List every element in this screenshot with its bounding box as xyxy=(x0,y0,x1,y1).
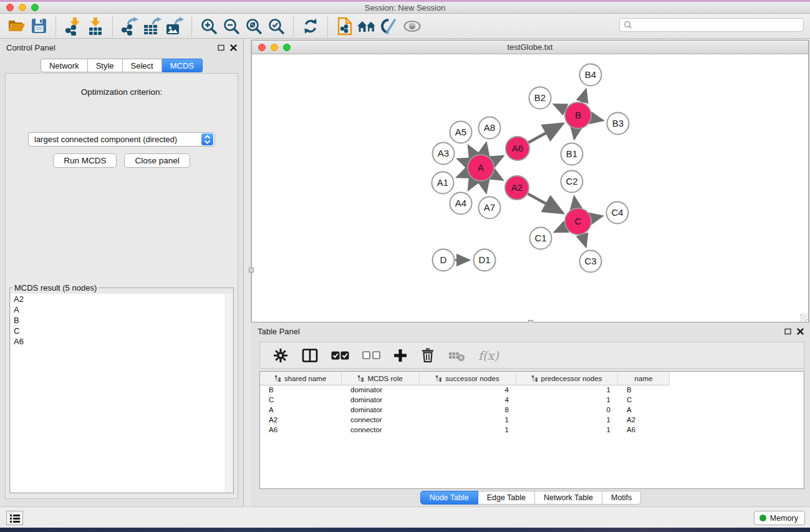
column-visibility-button[interactable] xyxy=(302,348,318,363)
graph-edge-A2-C[interactable] xyxy=(528,194,563,213)
column-header-name[interactable]: name xyxy=(618,372,670,385)
zoom-out-button[interactable] xyxy=(220,16,243,37)
mcds-result-item[interactable]: A6 xyxy=(11,336,233,347)
mcds-result-list[interactable]: A2ABCA6 xyxy=(11,294,233,492)
table-row[interactable]: A2connector11A2 xyxy=(260,415,804,425)
graph-edge-A-A2[interactable] xyxy=(493,175,503,180)
column-header-successor-nodes[interactable]: successor nodes xyxy=(420,372,516,385)
table-cell[interactable]: 1 xyxy=(516,415,618,425)
toolbar-search[interactable] xyxy=(619,18,804,32)
graph-edge-B-B1[interactable] xyxy=(574,129,576,139)
graph-edge-A-A6[interactable] xyxy=(493,156,503,162)
graph-edge-A-A7[interactable] xyxy=(484,181,486,193)
scrollbar-track[interactable] xyxy=(225,294,233,492)
graph-edge-B-B2[interactable] xyxy=(554,104,566,110)
table-cell[interactable]: 0 xyxy=(516,405,618,415)
mcds-result-item[interactable]: C xyxy=(11,326,233,336)
table-cell[interactable]: 1 xyxy=(516,425,618,435)
open-session-button[interactable] xyxy=(5,16,27,37)
graph-edge-A-A5[interactable] xyxy=(468,145,474,155)
table-options-button[interactable] xyxy=(272,347,289,364)
table-cell[interactable]: 1 xyxy=(516,385,618,395)
mcds-result-item[interactable]: A2 xyxy=(11,294,233,304)
node-table[interactable]: shared nameMCDS rolesuccessor nodesprede… xyxy=(259,371,804,489)
tab-node-table[interactable]: Node Table xyxy=(420,491,478,505)
function-builder-button[interactable]: f(x) xyxy=(478,349,499,362)
tab-network-table[interactable]: Network Table xyxy=(535,491,602,505)
table-cell[interactable]: A xyxy=(260,405,342,415)
zoom-selected-button[interactable] xyxy=(265,16,287,37)
table-cell[interactable]: 4 xyxy=(420,395,516,405)
annotation-button[interactable] xyxy=(378,16,401,37)
search-input[interactable] xyxy=(633,19,803,31)
network-from-file-button[interactable] xyxy=(334,16,356,37)
zoom-in-button[interactable] xyxy=(198,16,220,37)
deselect-all-button[interactable] xyxy=(362,351,380,359)
criterion-select[interactable]: largest connected component (directed) xyxy=(28,132,215,147)
home-button[interactable] xyxy=(356,16,378,37)
table-cell[interactable]: 1 xyxy=(420,425,516,435)
graph-edge-A-A1[interactable] xyxy=(457,173,468,177)
column-header-shared-name[interactable]: shared name xyxy=(260,372,342,385)
table-cell[interactable]: A6 xyxy=(260,425,342,435)
graph-edge-C-C4[interactable] xyxy=(591,216,602,218)
tab-network[interactable]: Network xyxy=(41,59,88,72)
close-panel-button[interactable]: Close panel xyxy=(124,153,190,168)
task-history-button[interactable] xyxy=(6,511,23,525)
table-cell[interactable]: 1 xyxy=(420,415,516,425)
network-graph[interactable]: ABCA6A2A1A3A4A5A7A8B1B2B3B4C1C2C3C4DD1 xyxy=(252,54,808,322)
graph-edge-C-C3[interactable] xyxy=(582,235,586,247)
column-header-predecessor-nodes[interactable]: predecessor nodes xyxy=(516,372,618,385)
select-all-button[interactable] xyxy=(331,351,349,360)
table-cell[interactable]: connector xyxy=(342,415,420,425)
column-header-MCDS-role[interactable]: MCDS role xyxy=(342,372,420,385)
export-network-button[interactable] xyxy=(118,16,141,37)
tab-edge-table[interactable]: Edge Table xyxy=(478,491,535,505)
table-cell[interactable]: dominator xyxy=(342,385,420,395)
graph-edge-C-C1[interactable] xyxy=(554,227,566,232)
mcds-result-item[interactable]: B xyxy=(11,315,233,326)
add-column-button[interactable] xyxy=(393,349,407,362)
run-mcds-button[interactable]: Run MCDS xyxy=(53,153,117,168)
table-cell[interactable]: C xyxy=(618,395,670,405)
table-row[interactable]: A6connector11A6 xyxy=(260,425,804,435)
table-cell[interactable]: dominator xyxy=(342,395,420,405)
import-network-button[interactable] xyxy=(62,16,84,37)
graph-edge-B-B4[interactable] xyxy=(582,89,586,102)
memory-button[interactable]: Memory xyxy=(754,511,805,525)
graph-edge-A-A8[interactable] xyxy=(484,143,486,155)
close-panel-icon[interactable] xyxy=(230,44,237,51)
table-cell[interactable]: A2 xyxy=(260,415,342,425)
graph-edge-B-B3[interactable] xyxy=(592,118,603,120)
table-cell[interactable]: 1 xyxy=(516,395,618,405)
table-cell[interactable]: 4 xyxy=(420,385,516,395)
table-cell[interactable]: connector xyxy=(342,425,420,435)
zoom-fit-button[interactable] xyxy=(243,16,265,37)
network-canvas[interactable]: ABCA6A2A1A3A4A5A7A8B1B2B3B4C1C2C3C4DD1 xyxy=(252,54,808,322)
table-cell[interactable]: C xyxy=(260,395,342,405)
graph-edge-C-C2[interactable] xyxy=(574,196,576,208)
table-row[interactable]: Adominator80A xyxy=(260,405,804,415)
mcds-result-item[interactable]: A xyxy=(11,304,233,315)
graph-edge-A-A4[interactable] xyxy=(468,180,474,190)
delete-table-button[interactable] xyxy=(448,349,465,362)
table-row[interactable]: Bdominator41B xyxy=(260,385,804,395)
float-panel-icon[interactable] xyxy=(218,44,224,51)
import-table-button[interactable] xyxy=(84,16,107,37)
resize-grip[interactable] xyxy=(800,314,808,321)
save-session-button[interactable] xyxy=(27,16,50,37)
table-cell[interactable]: A6 xyxy=(618,425,670,435)
table-cell[interactable]: A2 xyxy=(618,415,670,425)
table-cell[interactable]: A xyxy=(618,405,670,415)
table-cell[interactable]: 8 xyxy=(420,405,516,415)
resize-handle-left[interactable] xyxy=(249,268,254,273)
tab-motifs[interactable]: Motifs xyxy=(602,491,641,505)
close-panel-icon[interactable] xyxy=(797,328,804,335)
table-cell[interactable]: dominator xyxy=(342,405,420,415)
tab-style[interactable]: Style xyxy=(88,59,123,72)
tab-mcds[interactable]: MCDS xyxy=(162,59,203,72)
hide-details-button[interactable] xyxy=(401,16,423,37)
table-cell[interactable]: B xyxy=(260,385,342,395)
delete-column-button[interactable] xyxy=(420,347,435,363)
refresh-view-button[interactable] xyxy=(299,16,322,37)
